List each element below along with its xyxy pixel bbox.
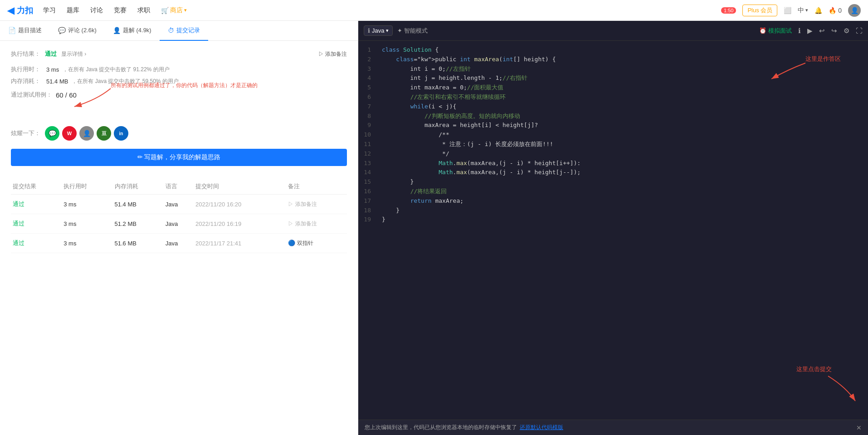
bell-icon[interactable]: 🔔 (814, 7, 822, 14)
ai-mode-btn[interactable]: ✦ 智能模式 (397, 27, 428, 35)
lang-cell: Java (164, 195, 194, 214)
tab-description[interactable]: 📄 题目描述 (0, 21, 50, 41)
status-cell[interactable]: 通过 (11, 234, 62, 253)
exec-result-label: 执行结果： (11, 50, 40, 58)
annotation-arrow-2 (824, 374, 860, 406)
clock-icon: ⏰ (759, 27, 766, 34)
mem-cell: 51.4 MB (113, 195, 164, 214)
plus-button[interactable]: Plus 会员 (742, 5, 777, 16)
weibo-icon[interactable]: W (62, 126, 77, 141)
undo-icon[interactable]: ↩ (819, 27, 825, 35)
add-note-header[interactable]: ▷ 添加备注 (318, 50, 347, 58)
description-icon: 📄 (8, 27, 16, 34)
red-arrow-svg (65, 86, 120, 113)
time-cell: 3 ms (62, 195, 112, 214)
editor-toolbar: ℹ Java ▾ ✦ 智能模式 ⏰ 模拟面试 ℹ ▶ ↩ ↪ ⚙ ⛶ (358, 21, 868, 41)
time-cell: 3 ms (62, 234, 112, 253)
col-mem: 内存消耗 (113, 179, 164, 195)
close-notif[interactable]: ✕ (856, 424, 862, 431)
mem-label: 内存消耗： (11, 77, 43, 85)
editor-toolbar-right: ⏰ 模拟面试 ℹ ▶ ↩ ↪ ⚙ ⛶ (759, 27, 863, 35)
logo[interactable]: ◀ 力扣 (7, 5, 33, 16)
time-stat: 执行用时： 3 ms ，在所有 Java 提交中击败了 91.22% 的用户 (11, 65, 347, 73)
status-cell[interactable]: 通过 (11, 214, 62, 234)
timer-badge: 1:50 (721, 7, 736, 14)
tab-submissions[interactable]: ⏱ 提交记录 (160, 21, 208, 41)
status-row: 执行结果： 通过 显示详情 › (11, 50, 86, 58)
right-panel: ℹ Java ▾ ✦ 智能模式 ⏰ 模拟面试 ℹ ▶ ↩ ↪ ⚙ ⛶ (358, 21, 868, 435)
col-lang: 语言 (164, 179, 194, 195)
nav-contest[interactable]: 竞赛 (113, 5, 127, 16)
expand-icon[interactable]: ⛶ (856, 27, 863, 34)
nav-right: 1:50 Plus 会员 ⬜ 中 ▾ 🔔 🔥 0 👤 (721, 4, 861, 17)
notif-text: 您上次编辑到这里，代码已从您浏览器本地的临时存储中恢复了 (365, 424, 517, 431)
forward-icon[interactable]: ↪ (831, 27, 837, 35)
test-cases-row: 通过测试用例： 60 / 60 (11, 91, 347, 99)
nav-jobs[interactable]: 求职 (137, 5, 151, 16)
tab-solutions[interactable]: 👤 题解 (4.9k) (105, 21, 160, 41)
table-row: 通过 3 ms 51.2 MB Java 2022/11/20 16:19 ▷ … (11, 214, 347, 234)
douban-icon[interactable]: 豆 (97, 126, 111, 141)
status-cell[interactable]: 通过 (11, 195, 62, 214)
left-panel: 📄 题目描述 💬 评论 (2.6k) 👤 题解 (4.9k) ⏱ 提交记录 执行… (0, 21, 358, 435)
col-status: 提交结果 (11, 179, 62, 195)
nav-problems[interactable]: 题库 (66, 5, 80, 16)
code-annotation-1: 这里是作答区 (805, 54, 841, 64)
write-solution-button[interactable]: ✏ 写题解，分享我的解题思路 (11, 149, 347, 166)
fire-icon[interactable]: 🔥 0 (829, 7, 842, 14)
bottom-notif: 您上次编辑到这里，代码已从您浏览器本地的临时存储中恢复了 还原默认代码模版 ✕ (358, 420, 868, 435)
main-container: 📄 题目描述 💬 评论 (2.6k) 👤 题解 (4.9k) ⏱ 提交记录 执行… (0, 21, 868, 435)
language-select[interactable]: ℹ Java ▾ (364, 25, 393, 36)
table-row: 通过 3 ms 51.4 MB Java 2022/11/20 16:20 ▷ … (11, 195, 347, 214)
col-note: 备注 (286, 179, 347, 195)
social-row: 炫耀一下： 💬 W 👤 豆 in (11, 126, 347, 141)
mem-cell: 51.6 MB (113, 234, 164, 253)
wechat-icon[interactable]: 💬 (45, 126, 59, 141)
restore-link[interactable]: 还原默认代码模版 (520, 424, 563, 431)
qq-icon[interactable]: 👤 (79, 126, 94, 141)
nav-discuss[interactable]: 讨论 (89, 5, 104, 16)
lang-cell: Java (164, 214, 194, 234)
top-nav: ◀ 力扣 学习 题库 讨论 竞赛 求职 🛒 商店 ▾ 1:50 Plus 会员 … (0, 0, 868, 21)
submit-time-cell: 2022/11/17 21:41 (194, 234, 286, 253)
lang-cell: Java (164, 234, 194, 253)
test-cases-container: 通过测试用例： 60 / 60 所有的测试用例都通过了，你的代码（解题方法）才是… (11, 91, 347, 99)
nav-shop[interactable]: 🛒 商店 ▾ (160, 5, 188, 16)
result-header: 执行结果： 通过 显示详情 › ▷ 添加备注 (11, 50, 347, 58)
result-pass: 通过 (45, 50, 57, 58)
note-cell: 🔵 双指针 (286, 234, 347, 253)
linkedin-icon[interactable]: in (114, 126, 128, 141)
time-extra: ，在所有 Java 提交中击败了 91.22% 的用户 (63, 66, 169, 73)
mem-cell: 51.2 MB (113, 214, 164, 234)
time-cell: 3 ms (62, 214, 112, 234)
solution-icon: 👤 (113, 27, 121, 34)
settings-icon[interactable]: ⚙ (844, 27, 849, 35)
submit-time-cell: 2022/11/20 16:20 (194, 195, 286, 214)
time-label: 执行用时： (11, 65, 43, 73)
screen-icon[interactable]: ⬜ (784, 7, 791, 14)
avatar[interactable]: 👤 (848, 4, 861, 17)
cases-label: 通过测试用例： (11, 91, 52, 99)
submit-time-cell: 2022/11/20 16:19 (194, 214, 286, 234)
info-icon-toolbar[interactable]: ℹ (798, 27, 801, 35)
mock-interview-btn[interactable]: ⏰ 模拟面试 (759, 27, 792, 35)
social-label: 炫耀一下： (11, 129, 40, 137)
result-detail[interactable]: 显示详情 › (61, 50, 86, 58)
lang-switch[interactable]: 中 ▾ (798, 6, 808, 15)
result-area: 执行结果： 通过 显示详情 › ▷ 添加备注 执行用时： 3 ms ，在所有 J… (0, 41, 358, 435)
code-annotation-2: 这里点击提交 (796, 365, 832, 374)
play-icon[interactable]: ▶ (807, 27, 813, 35)
col-time: 执行用时 (62, 179, 112, 195)
note-cell[interactable]: ▷ 添加备注 (286, 214, 347, 234)
note-cell[interactable]: ▷ 添加备注 (286, 195, 347, 214)
submission-table: 提交结果 执行用时 内存消耗 语言 提交时间 备注 通过 3 ms 51.4 M… (11, 179, 347, 253)
table-row: 通过 3 ms 51.6 MB Java 2022/11/17 21:41 🔵 … (11, 234, 347, 253)
col-submit-time: 提交时间 (194, 179, 286, 195)
info-icon: ℹ (368, 27, 370, 34)
code-editor[interactable]: 12345678910111213141516171819 class Solu… (358, 41, 868, 420)
comment-icon: 💬 (58, 27, 66, 34)
nav-learn[interactable]: 学习 (42, 5, 57, 16)
chevron-down-icon: ▾ (386, 28, 389, 34)
tab-comments[interactable]: 💬 评论 (2.6k) (50, 21, 105, 41)
mem-val: 51.4 MB (46, 78, 68, 85)
